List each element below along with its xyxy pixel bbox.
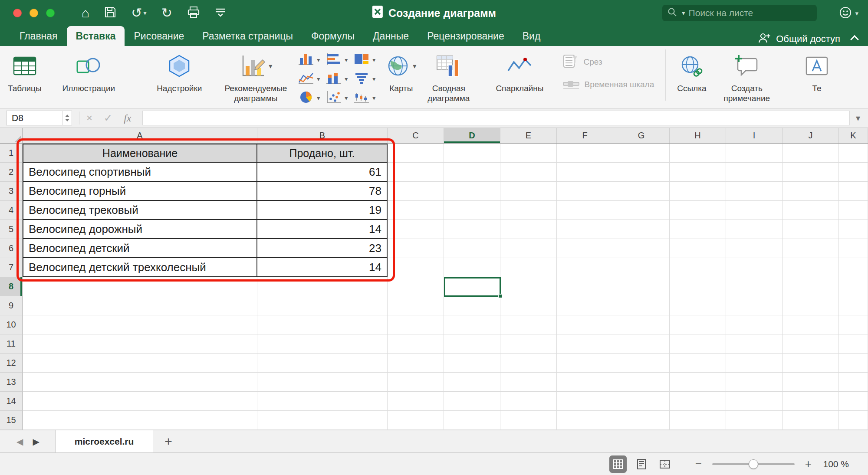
tab-Разметка страницы[interactable]: Разметка страницы: [193, 26, 302, 46]
tab-Формулы[interactable]: Формулы: [302, 26, 364, 46]
cell-C9[interactable]: [388, 296, 444, 315]
cell-I1[interactable]: [726, 144, 783, 163]
column-header-E[interactable]: E: [500, 128, 557, 143]
fullscreen-button[interactable]: [46, 9, 55, 17]
cell-H7[interactable]: [670, 258, 726, 277]
cell-E7[interactable]: [500, 258, 557, 277]
cell-E9[interactable]: [500, 296, 557, 315]
stepper-down-icon[interactable]: [65, 119, 69, 121]
cell-J8[interactable]: [783, 277, 839, 296]
share-button[interactable]: Общий доступ: [758, 32, 852, 46]
ribbon-button-stock-chart[interactable]: ▾: [353, 88, 375, 108]
cell-A4[interactable]: Велосипед трековый: [23, 201, 257, 220]
cell-G1[interactable]: [613, 144, 670, 163]
column-header-G[interactable]: G: [613, 128, 670, 143]
cell-F1[interactable]: [557, 144, 613, 163]
ribbon-button-scatter-chart[interactable]: ▾: [325, 88, 348, 108]
row-header-13[interactable]: 13: [0, 373, 23, 392]
collapse-ribbon-button[interactable]: [852, 36, 868, 46]
cell-K6[interactable]: [839, 239, 868, 258]
cell-A5[interactable]: Велосипед дорожный: [23, 220, 257, 239]
customize-toolbar-button[interactable]: [215, 7, 226, 19]
column-header-C[interactable]: C: [388, 128, 444, 143]
cell-A15[interactable]: [23, 411, 257, 430]
cell-J4[interactable]: [783, 201, 839, 220]
cell-F13[interactable]: [557, 373, 613, 392]
cell-J1[interactable]: [783, 144, 839, 163]
cell-A7[interactable]: Велосипед детский трехколесный: [23, 258, 257, 277]
cell-A8[interactable]: [23, 277, 257, 296]
ribbon-button-illustrations[interactable]: Иллюстрации: [62, 46, 115, 93]
cell-K11[interactable]: [839, 334, 868, 354]
ribbon-button-link[interactable]: Ссылка: [677, 46, 706, 93]
cell-E2[interactable]: [500, 163, 557, 182]
add-sheet-button[interactable]: +: [153, 430, 184, 452]
name-box-stepper[interactable]: [62, 111, 72, 125]
row-header-8[interactable]: 8: [0, 277, 23, 296]
cell-I2[interactable]: [726, 163, 783, 182]
cell-H13[interactable]: [670, 373, 726, 392]
cell-I8[interactable]: [726, 277, 783, 296]
cell-J13[interactable]: [783, 373, 839, 392]
cell-H5[interactable]: [670, 220, 726, 239]
cell-E4[interactable]: [500, 201, 557, 220]
ribbon-button-bar-chart[interactable]: ▾: [325, 50, 348, 69]
cell-C15[interactable]: [388, 411, 444, 430]
cell-H6[interactable]: [670, 239, 726, 258]
ribbon-button-pie-chart[interactable]: ▾: [297, 88, 320, 108]
cell-J2[interactable]: [783, 163, 839, 182]
cell-F5[interactable]: [557, 220, 613, 239]
cell-B9[interactable]: [257, 296, 388, 315]
cell-H11[interactable]: [670, 334, 726, 354]
ribbon-button-maps[interactable]: ▾Карты: [386, 46, 416, 93]
cell-G9[interactable]: [613, 296, 670, 315]
cell-B4[interactable]: 19: [257, 201, 388, 220]
row-header-12[interactable]: 12: [0, 354, 23, 373]
cell-A11[interactable]: [23, 334, 257, 354]
cell-D2[interactable]: [444, 163, 500, 182]
ribbon-button-column-chart[interactable]: ▾: [297, 50, 320, 69]
search-scope-dropdown-icon[interactable]: ▾: [682, 9, 685, 17]
cell-I6[interactable]: [726, 239, 783, 258]
cell-B15[interactable]: [257, 411, 388, 430]
tab-Вставка[interactable]: Вставка: [67, 26, 125, 46]
column-header-B[interactable]: B: [257, 128, 388, 143]
save-button[interactable]: [104, 6, 116, 20]
cell-I7[interactable]: [726, 258, 783, 277]
tab-Рецензирование[interactable]: Рецензирование: [418, 26, 513, 46]
row-header-6[interactable]: 6: [0, 239, 23, 258]
search-input[interactable]: ▾ Поиск на листе: [662, 5, 817, 21]
close-button[interactable]: [13, 9, 22, 17]
cell-K3[interactable]: [839, 182, 868, 201]
cell-J9[interactable]: [783, 296, 839, 315]
confirm-icon[interactable]: ✓: [104, 112, 112, 124]
cell-C14[interactable]: [388, 392, 444, 411]
cell-G6[interactable]: [613, 239, 670, 258]
cell-I13[interactable]: [726, 373, 783, 392]
cell-J11[interactable]: [783, 334, 839, 354]
cell-H4[interactable]: [670, 201, 726, 220]
column-header-I[interactable]: I: [726, 128, 783, 143]
cell-I15[interactable]: [726, 411, 783, 430]
cell-K12[interactable]: [839, 354, 868, 373]
cell-H10[interactable]: [670, 315, 726, 334]
cell-K7[interactable]: [839, 258, 868, 277]
cell-C7[interactable]: [388, 258, 444, 277]
cell-D4[interactable]: [444, 201, 500, 220]
ribbon-button-pivot-chart[interactable]: Сводная диаграмма: [427, 46, 470, 103]
cell-K8[interactable]: [839, 277, 868, 296]
cell-D15[interactable]: [444, 411, 500, 430]
row-header-1[interactable]: 1: [0, 144, 23, 163]
cell-K10[interactable]: [839, 315, 868, 334]
row-header-7[interactable]: 7: [0, 258, 23, 277]
zoom-slider[interactable]: [712, 459, 795, 469]
cell-E15[interactable]: [500, 411, 557, 430]
cell-I4[interactable]: [726, 201, 783, 220]
zoom-in-button[interactable]: +: [805, 457, 812, 471]
cell-B1[interactable]: Продано, шт.: [257, 144, 388, 163]
redo-button[interactable]: ↻: [161, 7, 172, 20]
cell-E3[interactable]: [500, 182, 557, 201]
ribbon-button-recommended-charts[interactable]: ▾Рекомендуемые диаграммы: [224, 46, 287, 103]
cell-I5[interactable]: [726, 220, 783, 239]
cell-F3[interactable]: [557, 182, 613, 201]
